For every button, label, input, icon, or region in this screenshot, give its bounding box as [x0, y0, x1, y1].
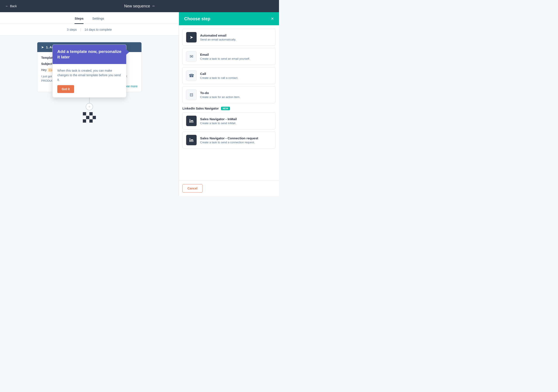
connection-icon-box	[186, 135, 197, 145]
close-button[interactable]: ×	[271, 16, 274, 21]
right-panel-body: ➤ Automated email Send an email automati…	[179, 25, 279, 180]
tooltip-title: Add a template now, personalize it later	[57, 49, 122, 59]
tooltip-body-text: When this task is created, you can make …	[57, 69, 121, 81]
right-panel-header: Choose step ×	[179, 12, 279, 25]
phone-icon: ☎	[189, 73, 194, 78]
right-panel-footer: Cancel	[179, 180, 279, 196]
tabs-bar: Steps Settings	[0, 12, 179, 24]
todo-title: To-do	[200, 91, 240, 95]
inmail-title: Sales Navigator - InMail	[200, 117, 237, 121]
linkedin-label-text: LinkedIn Sales Navigator	[183, 107, 219, 110]
todo-icon-box: ⊟	[186, 90, 197, 100]
new-badge: NEW	[221, 107, 230, 110]
automated-email-icon-box: ➤	[186, 32, 197, 43]
back-arrow-icon: ←	[5, 4, 9, 8]
inmail-desc: Create a task to send InMail.	[200, 121, 237, 125]
divider: |	[80, 28, 81, 31]
sequence-title: New sequence	[124, 4, 150, 9]
tab-settings[interactable]: Settings	[92, 17, 104, 24]
step-option-automated-email[interactable]: ➤ Automated email Send an email automati…	[183, 29, 276, 46]
linkedin-connection-icon	[189, 137, 194, 143]
send-icon: ➤	[190, 35, 193, 40]
email-desc: Create a task to send an email yourself.	[200, 57, 250, 60]
todo-info: To-do Create a task for an action item.	[200, 91, 240, 99]
todo-desc: Create a task for an action item.	[200, 95, 240, 99]
email-title: Email	[200, 53, 250, 56]
step-option-connection[interactable]: Sales Navigator - Connection request Cre…	[183, 132, 276, 149]
tooltip-header: Add a template now, personalize it later	[52, 45, 126, 64]
send-icon: ➤	[41, 45, 44, 49]
call-icon-box: ☎	[186, 70, 197, 81]
main-layout: Steps Settings 3 steps | 14 days to comp…	[0, 12, 279, 196]
tooltip-body: When this task is created, you can make …	[52, 64, 126, 97]
call-desc: Create a task to call a contact.	[200, 76, 238, 79]
call-info: Call Create a task to call a contact.	[200, 72, 238, 79]
days-count: 14 days to complete	[85, 28, 112, 31]
got-it-button[interactable]: Got it	[57, 85, 74, 93]
app-header: ← Back New sequence ✏	[0, 0, 279, 12]
left-panel: Steps Settings 3 steps | 14 days to comp…	[0, 12, 179, 196]
add-step-area: +	[83, 96, 96, 123]
right-panel-title: Choose step	[184, 16, 210, 21]
right-panel: Choose step × ➤ Automated email Send an …	[179, 12, 279, 196]
greeting-text: Hey	[41, 68, 48, 72]
linkedin-section-label: LinkedIn Sales Navigator NEW	[183, 107, 276, 110]
step-option-todo[interactable]: ⊟ To-do Create a task for an action item…	[183, 86, 276, 103]
edit-icon[interactable]: ✏	[152, 4, 155, 8]
checkerboard-decoration	[83, 112, 96, 123]
step-option-inmail[interactable]: Sales Navigator - InMail Create a task t…	[183, 112, 276, 129]
subject-label: Subject:	[41, 62, 53, 66]
envelope-icon: ✉	[190, 54, 193, 59]
steps-info-bar: 3 steps | 14 days to complete	[0, 24, 179, 35]
linkedin-icon	[189, 118, 194, 123]
back-label: Back	[10, 4, 17, 8]
add-step-button[interactable]: +	[86, 103, 93, 111]
tooltip-arrow	[126, 50, 129, 55]
connection-desc: Create a task to send a connection reque…	[200, 141, 258, 144]
automated-email-desc: Send an email automatically.	[200, 38, 236, 41]
call-title: Call	[200, 72, 238, 76]
inmail-icon-box	[186, 116, 197, 126]
step-option-call[interactable]: ☎ Call Create a task to call a contact.	[183, 67, 276, 84]
inmail-info: Sales Navigator - InMail Create a task t…	[200, 117, 237, 125]
clipboard-icon: ⊟	[190, 92, 193, 97]
email-info: Email Create a task to send an email you…	[200, 53, 250, 60]
back-button[interactable]: ← Back	[5, 4, 17, 8]
connection-title: Sales Navigator - Connection request	[200, 136, 258, 140]
connection-info: Sales Navigator - Connection request Cre…	[200, 136, 258, 144]
automated-email-title: Automated email	[200, 34, 236, 37]
email-icon-box: ✉	[186, 51, 197, 62]
step-option-email[interactable]: ✉ Email Create a task to send an email y…	[183, 48, 276, 65]
tooltip-popup: Add a template now, personalize it later…	[52, 44, 126, 98]
tab-steps[interactable]: Steps	[75, 17, 84, 24]
automated-email-info: Automated email Send an email automatica…	[200, 34, 236, 41]
steps-count: 3 steps	[67, 28, 77, 31]
cancel-button[interactable]: Cancel	[183, 184, 202, 193]
header-title: New sequence ✏	[124, 4, 155, 9]
